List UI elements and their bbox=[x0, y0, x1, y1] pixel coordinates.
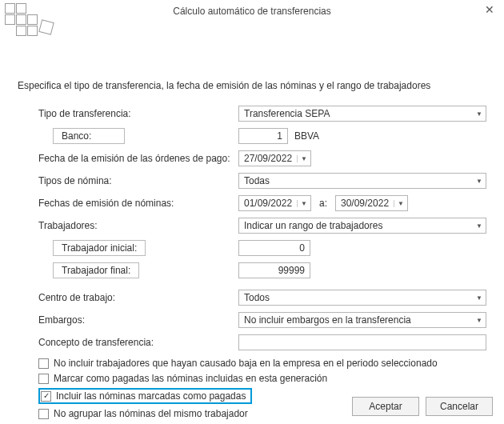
tipos-nomina-select[interactable]: Todas ▼ bbox=[238, 173, 486, 189]
trabajador-inicial-input[interactable]: 0 bbox=[238, 240, 310, 256]
fecha-hasta-input[interactable]: 30/09/2022 ▼ bbox=[335, 195, 408, 211]
fecha-ordenes-label: Fecha de la emisión de las órdenes de pa… bbox=[38, 153, 238, 164]
fecha-desde-input[interactable]: 01/09/2022 ▼ bbox=[238, 195, 311, 211]
trabajador-final-button[interactable]: Trabajador final: bbox=[53, 262, 139, 278]
chevron-down-icon: ▼ bbox=[476, 178, 482, 185]
tipo-transferencia-select[interactable]: Transferencia SEPA ▼ bbox=[238, 106, 486, 122]
tipo-transferencia-label: Tipo de transferencia: bbox=[38, 108, 238, 119]
centro-label: Centro de trabajo: bbox=[38, 292, 238, 303]
check-marcar-pagadas[interactable] bbox=[38, 374, 49, 384]
chevron-down-icon: ▼ bbox=[297, 155, 310, 162]
banco-button[interactable]: Banco: bbox=[53, 128, 125, 144]
chevron-down-icon: ▼ bbox=[297, 200, 310, 207]
concepto-input[interactable] bbox=[238, 334, 486, 350]
fecha-ordenes-input[interactable]: 27/09/2022 ▼ bbox=[238, 150, 311, 166]
trabajador-inicial-button[interactable]: Trabajador inicial: bbox=[53, 240, 146, 256]
embargos-select[interactable]: No incluir embargos en la transferencia … bbox=[238, 312, 486, 328]
chevron-down-icon: ▼ bbox=[476, 222, 482, 230]
check-no-incluir-bajas[interactable] bbox=[38, 358, 49, 369]
check-no-incluir-bajas-label: No incluir trabajadores que hayan causad… bbox=[54, 358, 438, 369]
centro-select[interactable]: Todos ▼ bbox=[238, 290, 486, 306]
trabajador-final-input[interactable]: 99999 bbox=[238, 262, 310, 278]
trabajadores-select[interactable]: Indicar un rango de trabajadores ▼ bbox=[238, 218, 486, 234]
tipo-transferencia-value: Transferencia SEPA bbox=[244, 108, 330, 119]
check-incluir-nominas-pagadas-label: Incluir las nóminas marcadas como pagada… bbox=[56, 390, 246, 402]
highlight-box: ✓ Incluir las nóminas marcadas como paga… bbox=[38, 388, 252, 404]
a-label: a: bbox=[314, 198, 332, 209]
embargos-label: Embargos: bbox=[38, 314, 238, 326]
app-logo bbox=[5, 3, 61, 43]
trabajadores-label: Trabajadores: bbox=[38, 220, 238, 231]
check-no-agrupar[interactable] bbox=[38, 409, 49, 419]
instruction-text: Especifica el tipo de transferencia, la … bbox=[18, 80, 486, 91]
cancel-button[interactable]: Cancelar bbox=[426, 397, 493, 416]
window-title: Cálculo automático de transferencias bbox=[173, 6, 330, 17]
banco-num-input[interactable]: 1 bbox=[238, 128, 288, 144]
chevron-down-icon: ▼ bbox=[476, 294, 482, 302]
tipos-nomina-label: Tipos de nómina: bbox=[38, 175, 238, 186]
chevron-down-icon: ▼ bbox=[476, 317, 482, 324]
fechas-emision-label: Fechas de emisión de nóminas: bbox=[38, 198, 238, 209]
banco-name: BBVA bbox=[291, 130, 319, 142]
chevron-down-icon: ▼ bbox=[394, 200, 407, 207]
check-incluir-nominas-pagadas[interactable]: ✓ bbox=[41, 391, 51, 402]
concepto-label: Concepto de transferencia: bbox=[38, 337, 238, 348]
check-no-agrupar-label: No agrupar las nóminas del mismo trabaja… bbox=[54, 408, 248, 419]
close-icon[interactable]: ✕ bbox=[480, 2, 499, 18]
check-marcar-pagadas-label: Marcar como pagadas las nóminas incluida… bbox=[54, 373, 327, 384]
title-bar: Cálculo automático de transferencias ✕ bbox=[0, 0, 504, 22]
accept-button[interactable]: Aceptar bbox=[352, 397, 419, 416]
chevron-down-icon: ▼ bbox=[476, 110, 482, 118]
